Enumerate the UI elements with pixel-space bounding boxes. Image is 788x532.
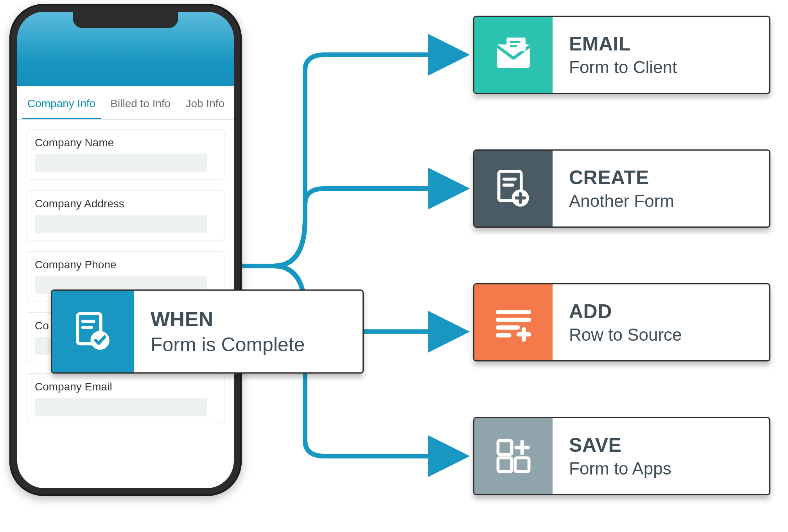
text-input[interactable] [35, 154, 207, 172]
row-plus-icon [474, 284, 553, 360]
action-sub: Form to Apps [569, 459, 677, 478]
svg-rect-5 [506, 38, 525, 51]
trigger-sub: Form is Complete [151, 333, 305, 356]
phone-notch [73, 12, 178, 28]
action-title: EMAIL [569, 32, 677, 55]
field-label: Company Name [35, 137, 216, 149]
field-label: Company Phone [35, 259, 216, 271]
form-area: Company Name Company Address Company Pho… [17, 120, 234, 444]
document-plus-icon [474, 151, 553, 226]
apps-grid-plus-icon [474, 418, 553, 494]
field-company-email[interactable]: Company Email [27, 373, 224, 424]
field-label: Company Email [35, 381, 216, 393]
action-title: CREATE [569, 166, 677, 189]
phone-mockup: Company Info Billed to Info Job Info Com… [9, 4, 242, 496]
text-input[interactable] [35, 398, 207, 416]
action-sub: Another Form [569, 191, 677, 211]
action-add[interactable]: ADD Row to Source [473, 283, 770, 361]
text-input[interactable] [35, 215, 207, 233]
action-create[interactable]: CREATE Another Form [473, 149, 770, 228]
svg-rect-20 [498, 440, 512, 454]
action-email[interactable]: EMAIL Form to Client [473, 16, 770, 94]
field-company-address[interactable]: Company Address [27, 190, 224, 241]
tab-job-info[interactable]: Job Info [180, 87, 230, 119]
svg-rect-22 [515, 458, 529, 471]
tab-billed-to-info[interactable]: Billed to Info [105, 87, 176, 119]
action-save[interactable]: SAVE Form to Apps [473, 417, 770, 495]
action-sub: Form to Client [569, 58, 677, 77]
svg-rect-21 [498, 458, 512, 471]
field-company-name[interactable]: Company Name [27, 129, 224, 180]
action-sub: Row to Source [569, 325, 682, 345]
action-title: SAVE [569, 434, 677, 457]
tab-company-info[interactable]: Company Info [22, 87, 101, 119]
trigger-title: WHEN [151, 307, 305, 331]
email-icon [474, 17, 553, 93]
field-label: Company Address [35, 198, 216, 210]
action-title: ADD [569, 300, 682, 323]
trigger-card[interactable]: WHEN Form is Complete [51, 289, 364, 374]
tab-bar: Company Info Billed to Info Job Info [17, 86, 234, 120]
document-check-icon [52, 291, 134, 372]
